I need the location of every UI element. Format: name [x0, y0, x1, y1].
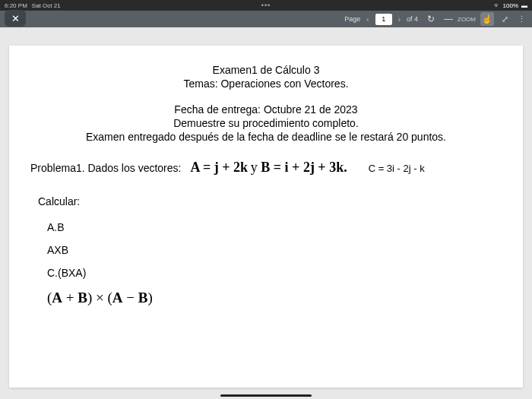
battery-status: 100%	[503, 2, 518, 9]
vector-c: C = 3i - 2j - k	[369, 163, 425, 174]
status-left: 6:20 PM Sat Oct 21	[5, 2, 61, 9]
doc-date: Fecha de entrega: Octubre 21 de 2023	[30, 103, 502, 116]
doc-instruction-2: Examen entregado después de la fecha de …	[30, 131, 502, 143]
problem-statement: Problema1. Dados los vectores: A = j + 2…	[30, 160, 502, 176]
reload-button[interactable]: ↻	[427, 14, 435, 24]
doc-subtitle: Temas: Operaciones con Vectores.	[30, 78, 502, 90]
prev-page-button[interactable]: ‹	[365, 15, 370, 24]
status-dots: •••	[261, 2, 271, 9]
calc-item-1: A.B	[47, 221, 502, 233]
viewer-toolbar: ✕ Page ‹ › of 4 ↻ — ZOOM ☝ ⤢ ⋮	[0, 11, 532, 27]
home-indicator[interactable]	[220, 394, 312, 397]
expr-a1: A	[52, 290, 62, 306]
expand-button[interactable]: ⤢	[499, 14, 511, 24]
page-total: of 4	[407, 15, 418, 23]
expr-times: ×	[92, 290, 107, 306]
paren-close-2: )	[147, 290, 152, 306]
wifi-icon: ᯤ	[494, 2, 500, 9]
status-time: 6:20 PM	[5, 2, 27, 9]
calc-item-4: (A + B) × (A − B)	[47, 290, 502, 306]
hand-tool-button[interactable]: ☝	[480, 12, 494, 26]
vector-b: B = i + 2j + 3k.	[261, 160, 347, 175]
page-viewport[interactable]: Examen1 de Cálculo 3 Temas: Operaciones …	[0, 27, 532, 399]
calc-item-3: C.(BXA)	[47, 267, 502, 279]
calc-item-2: AXB	[47, 244, 502, 256]
vector-conjunction: y	[251, 160, 261, 175]
next-page-button[interactable]: ›	[397, 15, 402, 24]
status-date: Sat Oct 21	[32, 2, 61, 9]
document-page: Examen1 de Cálculo 3 Temas: Operaciones …	[9, 46, 523, 388]
status-bar: 6:20 PM Sat Oct 21 ••• ᯤ 100% ▬	[0, 0, 532, 11]
doc-instruction-1: Demuestre su procedimiento completo.	[30, 117, 502, 129]
vector-equation: A = j + 2k y B = i + 2j + 3k.	[190, 160, 347, 176]
expr-a2: A	[112, 290, 123, 306]
battery-icon: ▬	[521, 2, 527, 9]
zoom-out-button[interactable]: —	[444, 14, 453, 24]
expr-b1: B	[78, 290, 87, 306]
vector-a: A = j + 2k	[190, 160, 248, 175]
status-right: ᯤ 100% ▬	[494, 2, 527, 9]
calculate-label: Calcular:	[38, 195, 502, 207]
close-icon: ✕	[11, 13, 20, 24]
zoom-label: ZOOM	[458, 16, 476, 23]
expr-minus: −	[123, 290, 138, 306]
page-number-input[interactable]	[375, 14, 392, 25]
doc-title: Examen1 de Cálculo 3	[30, 64, 502, 76]
hand-icon: ☝	[482, 14, 492, 24]
page-label: Page	[344, 15, 360, 23]
problem-label: Problema1. Dados los vectores:	[30, 162, 181, 174]
toolbar-controls: Page ‹ › of 4 ↻ — ZOOM ☝ ⤢ ⋮	[344, 12, 527, 26]
expr-plus: +	[62, 290, 78, 306]
more-menu-button[interactable]: ⋮	[515, 14, 527, 24]
expr-b2: B	[138, 290, 148, 306]
close-button[interactable]: ✕	[5, 10, 26, 27]
